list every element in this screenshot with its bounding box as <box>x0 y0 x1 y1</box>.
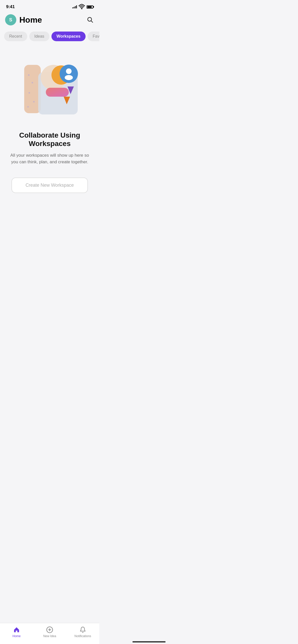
svg-point-5 <box>28 74 30 76</box>
wifi-icon <box>78 4 85 10</box>
svg-point-9 <box>27 106 29 108</box>
svg-point-14 <box>65 75 73 80</box>
status-bar: 9:41 <box>0 0 99 12</box>
search-icon <box>87 16 93 23</box>
status-icons <box>72 4 93 10</box>
search-button[interactable] <box>86 15 94 25</box>
workspace-illustration <box>17 50 83 121</box>
page-title: Home <box>19 15 42 25</box>
svg-point-7 <box>29 92 30 94</box>
tab-bar: Recent Ideas Workspaces Favourites <box>0 30 99 43</box>
header: S Home <box>0 12 99 30</box>
tab-workspaces[interactable]: Workspaces <box>51 32 86 41</box>
svg-point-6 <box>32 82 33 83</box>
status-time: 9:41 <box>6 4 15 9</box>
svg-point-13 <box>66 68 72 74</box>
battery-icon <box>87 5 93 9</box>
tab-favourites[interactable]: Favourites <box>88 32 99 41</box>
header-left: S Home <box>5 14 42 25</box>
signal-icon <box>72 5 77 8</box>
svg-point-8 <box>33 101 35 103</box>
svg-rect-15 <box>46 88 69 97</box>
empty-state-title: Collaborate Using Workspaces <box>8 131 91 148</box>
tab-ideas[interactable]: Ideas <box>29 32 49 41</box>
svg-line-2 <box>91 21 93 22</box>
main-content: Collaborate Using Workspaces All your wo… <box>0 43 99 215</box>
tab-recent[interactable]: Recent <box>4 32 27 41</box>
empty-state-description: All your workspaces will show up here so… <box>8 152 91 166</box>
avatar[interactable]: S <box>5 14 16 25</box>
svg-point-0 <box>81 8 82 9</box>
create-workspace-button[interactable]: Create New Workspace <box>11 178 88 193</box>
